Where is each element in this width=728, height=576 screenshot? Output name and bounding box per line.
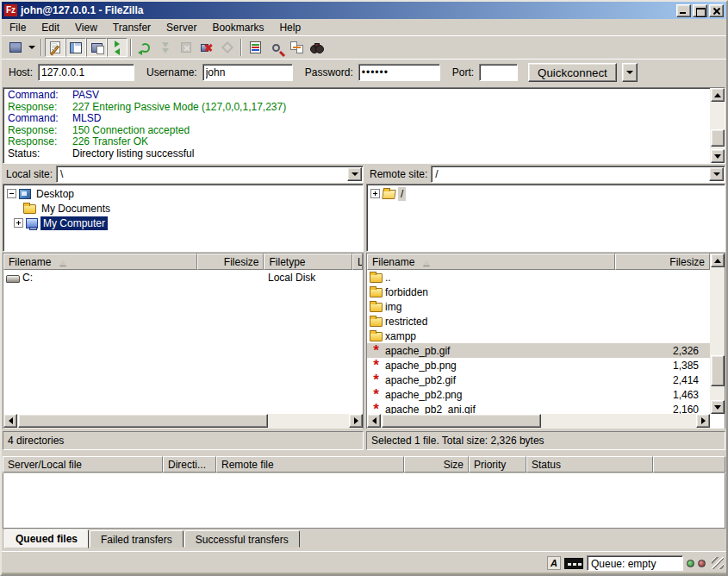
scroll-left-button[interactable]	[3, 414, 17, 428]
tree-item-my-computer[interactable]: My Computer	[7, 216, 363, 230]
quickconnect-button[interactable]: Quickconnect	[528, 63, 617, 82]
menu-file[interactable]: File	[2, 20, 34, 35]
arrow-right-icon	[701, 417, 706, 424]
file-row[interactable]: img	[367, 299, 710, 314]
find-files-button[interactable]	[307, 38, 327, 57]
tree-item-desktop[interactable]: Desktop	[7, 186, 363, 201]
cancel-operation-button[interactable]	[176, 38, 196, 57]
tree-indent	[7, 208, 21, 209]
menu-edit[interactable]: Edit	[34, 20, 67, 35]
file-row[interactable]: *apache_pb2.png1,463	[367, 387, 710, 402]
scroll-thumb[interactable]	[711, 355, 725, 386]
tree-item-my-documents[interactable]: My Documents	[7, 201, 363, 216]
synchronized-browsing-button[interactable]	[286, 38, 307, 57]
tab-successful-transfers[interactable]: Successful transfers	[184, 530, 300, 548]
column-header-filename[interactable]: Filename	[3, 254, 197, 270]
remote-vertical-scrollbar[interactable]	[710, 254, 725, 414]
directory-comparison-icon	[250, 41, 261, 53]
toggle-local-tree-button[interactable]	[65, 38, 86, 57]
resize-grip[interactable]	[712, 557, 724, 569]
expand-icon[interactable]	[14, 218, 23, 228]
menu-bookmarks[interactable]: Bookmarks	[204, 20, 271, 35]
column-header-remote-file[interactable]: Remote file	[216, 456, 404, 473]
port-input[interactable]	[479, 64, 518, 81]
local-horizontal-scrollbar[interactable]	[3, 414, 363, 429]
host-input[interactable]	[38, 64, 134, 81]
filename-filters-button[interactable]	[265, 38, 286, 57]
message-log-icon	[50, 41, 60, 53]
close-button[interactable]	[709, 4, 724, 17]
column-header-size[interactable]: Size	[404, 456, 469, 473]
directory-comparison-button[interactable]	[245, 38, 265, 57]
disconnect-icon	[201, 42, 213, 53]
toolbar	[2, 35, 726, 59]
queue-tabs: Queued files Failed transfers Successful…	[4, 530, 300, 550]
column-header-filetype[interactable]: Filetype	[264, 254, 352, 270]
quickconnect-dropdown[interactable]	[622, 63, 638, 82]
column-header-filesize[interactable]: Filesize	[615, 254, 710, 270]
file-row[interactable]: *apache_pb2.gif2,414	[367, 373, 710, 387]
scroll-down-button[interactable]	[711, 400, 725, 414]
local-site-combo[interactable]: \	[56, 166, 364, 183]
minimize-button[interactable]	[676, 4, 691, 17]
folder-icon	[23, 204, 36, 214]
toolbar-separator	[40, 39, 42, 56]
file-row[interactable]: forbidden	[367, 285, 710, 299]
column-header-status[interactable]: Status	[526, 456, 653, 473]
tab-queued-files[interactable]: Queued files	[4, 529, 89, 548]
message-log-lines: Command:PASV Response:227 Entering Passi…	[3, 88, 710, 163]
refresh-button[interactable]	[134, 38, 155, 57]
menu-view[interactable]: View	[67, 20, 105, 35]
tree-item-root[interactable]: /	[370, 186, 725, 201]
local-site-value: \	[57, 166, 363, 182]
collapse-icon[interactable]	[7, 189, 16, 198]
file-row[interactable]: ..	[367, 270, 710, 285]
menu-server[interactable]: Server	[159, 20, 204, 35]
toggle-remote-tree-button[interactable]	[86, 38, 107, 57]
file-row-selected[interactable]: *apache_pb.gif2,326	[367, 343, 710, 358]
password-input[interactable]	[358, 64, 440, 81]
menu-transfer[interactable]: Transfer	[105, 20, 159, 35]
expand-icon[interactable]	[370, 189, 380, 198]
scroll-left-button[interactable]	[367, 414, 381, 428]
log-vertical-scrollbar[interactable]	[710, 88, 725, 163]
scroll-right-button[interactable]	[349, 414, 363, 428]
menu-help[interactable]: Help	[271, 20, 308, 35]
file-row[interactable]: xampp	[367, 329, 710, 343]
scroll-thumb[interactable]	[18, 414, 268, 428]
process-queue-button[interactable]	[155, 38, 176, 57]
reconnect-button[interactable]	[217, 38, 238, 57]
column-header-last-modified[interactable]: L	[352, 254, 363, 270]
local-site-dropdown[interactable]	[347, 167, 362, 181]
site-manager-button[interactable]	[5, 38, 26, 57]
column-header-server-local-file[interactable]: Server/Local file	[3, 456, 163, 473]
disconnect-button[interactable]	[196, 38, 217, 57]
tab-failed-transfers[interactable]: Failed transfers	[90, 530, 184, 548]
scroll-thumb[interactable]	[382, 414, 541, 428]
scroll-right-button[interactable]	[696, 414, 710, 428]
toggle-message-log-button[interactable]	[45, 38, 65, 57]
file-row[interactable]: *apache_pb2_ani.gif2,160	[367, 402, 710, 414]
remote-site-dropdown[interactable]	[709, 167, 724, 181]
remote-site-combo[interactable]: /	[431, 166, 725, 183]
scroll-thumb[interactable]	[711, 129, 725, 147]
column-header-filesize[interactable]: Filesize	[197, 254, 264, 270]
remote-file-list: Filename Filesize .. forbidden img restr…	[366, 253, 725, 429]
username-input[interactable]	[202, 64, 293, 81]
file-row[interactable]: *apache_pb.png1,385	[367, 358, 710, 373]
toggle-transfer-queue-button[interactable]	[107, 38, 128, 57]
maximize-button[interactable]	[693, 4, 707, 17]
open-folder-icon	[382, 190, 396, 199]
column-header-filename[interactable]: Filename	[367, 254, 615, 270]
scroll-down-button[interactable]	[711, 149, 725, 163]
remote-horizontal-scrollbar[interactable]	[367, 414, 710, 429]
file-row[interactable]: restricted	[367, 314, 710, 329]
column-header-direction[interactable]: Directi...	[163, 456, 216, 473]
queue-header: Server/Local file Directi... Remote file…	[3, 456, 725, 473]
scroll-up-button[interactable]	[711, 254, 725, 267]
column-header-priority[interactable]: Priority	[469, 456, 526, 473]
site-manager-dropdown[interactable]	[26, 38, 38, 57]
scroll-up-button[interactable]	[711, 88, 725, 102]
transfer-queue-icon	[115, 41, 120, 55]
file-row-c-drive[interactable]: C: Local Disk	[3, 270, 363, 285]
